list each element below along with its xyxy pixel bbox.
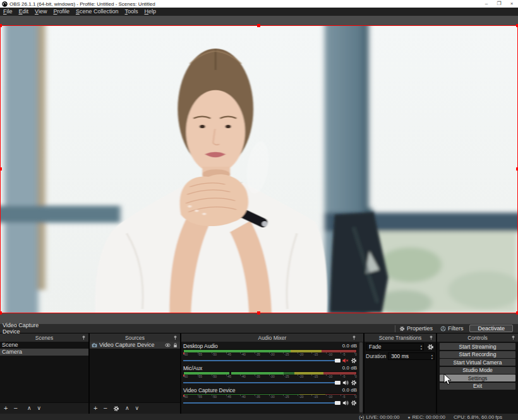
meter-scale: -60-55-50-45-40-35-30-25-20-15-10-50 (183, 352, 357, 356)
controls-header[interactable]: Controls (437, 333, 518, 342)
menu-bar: File Edit View Profile Scene Collection … (0, 8, 518, 16)
pin-icon[interactable] (428, 335, 434, 340)
channel-db-value: 0.0 dB (342, 365, 357, 371)
studio-mode-button[interactable]: Studio Mode (440, 367, 515, 374)
minimize-button[interactable]: – (480, 0, 493, 8)
video-preview-image (1, 26, 517, 313)
scenes-panel-title: Scenes (35, 335, 53, 341)
scenes-panel: Scenes Scene Camera + − ∧ ∨ (0, 333, 88, 414)
menu-help[interactable]: Help (142, 8, 160, 16)
exit-button[interactable]: Exit (440, 383, 515, 390)
live-status: (•) LIVE: 00:00:00 (359, 414, 399, 420)
move-scene-down-button[interactable]: ∨ (37, 405, 41, 411)
dock-row: Scenes Scene Camera + − ∧ ∨ Sources (0, 333, 518, 414)
scenes-panel-header[interactable]: Scenes (0, 333, 88, 342)
properties-button[interactable]: Properties (395, 324, 437, 333)
visibility-eye-icon[interactable] (165, 342, 171, 348)
menu-profile[interactable]: Profile (50, 8, 73, 16)
resize-handle-bottom-center[interactable] (257, 311, 260, 315)
video-capture-icon (92, 342, 97, 348)
sources-panel: Sources Video Capture Device + − ∧ ∨ (90, 333, 180, 414)
audio-mixer-title: Audio Mixer (258, 335, 287, 341)
menu-view[interactable]: View (32, 8, 50, 16)
menu-scene-collection[interactable]: Scene Collection (73, 8, 122, 16)
spin-arrows-icon[interactable]: ▴▾ (431, 354, 433, 360)
volume-slider[interactable] (183, 360, 340, 361)
speaker-icon[interactable] (342, 400, 349, 406)
channel-gear-icon[interactable] (351, 380, 357, 386)
settings-button[interactable]: Settings (440, 375, 515, 381)
channel-name: Desktop Audio (183, 343, 218, 349)
audio-mixer-panel: Audio Mixer Desktop Audio 0.0 dB -60-55-… (181, 333, 363, 414)
add-scene-button[interactable]: + (4, 405, 8, 412)
maximize-button[interactable]: ❐ (493, 0, 505, 8)
duration-label: Duration (366, 353, 386, 359)
filters-button[interactable]: Filters (437, 324, 467, 333)
audio-mixer-body: Desktop Audio 0.0 dB -60-55-50-45-40-35-… (181, 342, 363, 414)
pin-icon[interactable] (510, 335, 516, 340)
scene-transitions-panel: Scene Transitions Fade ▴▾ Duration 3 (364, 333, 436, 414)
filter-icon (440, 326, 446, 332)
scene-transitions-header[interactable]: Scene Transitions (364, 333, 436, 342)
scene-list-item[interactable]: Scene (0, 342, 88, 349)
channel-gear-icon[interactable] (351, 400, 357, 406)
gear-icon (399, 326, 405, 332)
channel-db-value: 0.0 dB (342, 387, 357, 393)
duration-spinbox[interactable]: 300 ms ▴▾ (388, 352, 435, 360)
preview-canvas[interactable] (0, 16, 518, 324)
speaker-icon[interactable] (342, 380, 349, 386)
mixer-scrollbar[interactable] (359, 342, 363, 414)
pin-icon[interactable] (351, 335, 357, 340)
volume-slider[interactable] (183, 402, 340, 404)
pin-icon[interactable] (81, 335, 87, 340)
move-scene-up-button[interactable]: ∧ (27, 405, 32, 411)
channel-db-value: 0.0 dB (342, 343, 357, 349)
sources-panel-header[interactable]: Sources (90, 333, 180, 342)
combo-arrows-icon[interactable]: ▴▾ (421, 344, 422, 351)
transition-select[interactable]: Fade ▴▾ (366, 343, 424, 351)
deactivate-button[interactable]: Deactivate (469, 325, 513, 332)
obs-logo-icon (2, 1, 8, 7)
meter-scale: -60-55-50-45-40-35-30-25-20-15-10-50 (183, 375, 357, 378)
start-virtual-camera-button[interactable]: Start Virtual Camera (440, 359, 515, 366)
resize-handle-top-center[interactable] (257, 24, 260, 27)
volume-slider[interactable] (183, 382, 340, 383)
remove-source-button[interactable]: − (103, 405, 107, 412)
sources-panel-title: Sources (125, 335, 145, 341)
channel-name: Mic/Aux (183, 365, 202, 371)
resize-handle-middle-left[interactable] (0, 167, 2, 171)
scenes-list: Scene Camera (0, 342, 88, 402)
add-source-button[interactable]: + (93, 405, 97, 412)
menu-file[interactable]: File (0, 8, 16, 16)
obs-window: OBS 26.1.1 (64-bit, windows) - Profile: … (0, 0, 518, 420)
rec-status: ● REC: 00:00:00 (407, 414, 445, 420)
mute-speaker-icon[interactable] (342, 357, 349, 364)
selected-source-toolbar: Video Capture Device Properties Filters … (0, 324, 518, 333)
title-bar[interactable]: OBS 26.1.1 (64-bit, windows) - Profile: … (0, 0, 518, 8)
resize-handle-top-left[interactable] (0, 24, 2, 27)
selected-source-name: Video Capture Device (0, 322, 56, 335)
status-bar: (•) LIVE: 00:00:00 ● REC: 00:00:00 CPU: … (0, 414, 518, 420)
close-button[interactable]: × (505, 0, 518, 8)
source-list-item[interactable]: Video Capture Device (90, 342, 180, 349)
mixer-channel-video-capture: Video Capture Device 0.0 dB -60-55-50-45… (183, 387, 357, 406)
menu-tools[interactable]: Tools (122, 8, 142, 16)
controls-title: Controls (467, 335, 488, 341)
move-source-down-button[interactable]: ∨ (135, 405, 139, 411)
start-recording-button[interactable]: Start Recording (440, 351, 515, 358)
sources-toolbar: + − ∧ ∨ (90, 402, 180, 414)
menu-edit[interactable]: Edit (16, 8, 32, 16)
audio-mixer-header[interactable]: Audio Mixer (181, 333, 363, 342)
channel-gear-icon[interactable] (351, 357, 357, 364)
broadcast-icon: (•) (359, 414, 364, 420)
transition-settings-button[interactable] (426, 343, 435, 351)
start-streaming-button[interactable]: Start Streaming (440, 343, 515, 350)
lock-icon[interactable] (172, 342, 178, 348)
move-source-up-button[interactable]: ∧ (125, 405, 130, 411)
scene-list-item-selected[interactable]: Camera (0, 349, 88, 356)
remove-scene-button[interactable]: − (13, 405, 17, 412)
source-properties-gear-icon[interactable] (113, 405, 119, 412)
resize-handle-bottom-left[interactable] (0, 311, 2, 315)
video-source-frame[interactable] (0, 25, 518, 313)
pin-icon[interactable] (172, 335, 178, 340)
